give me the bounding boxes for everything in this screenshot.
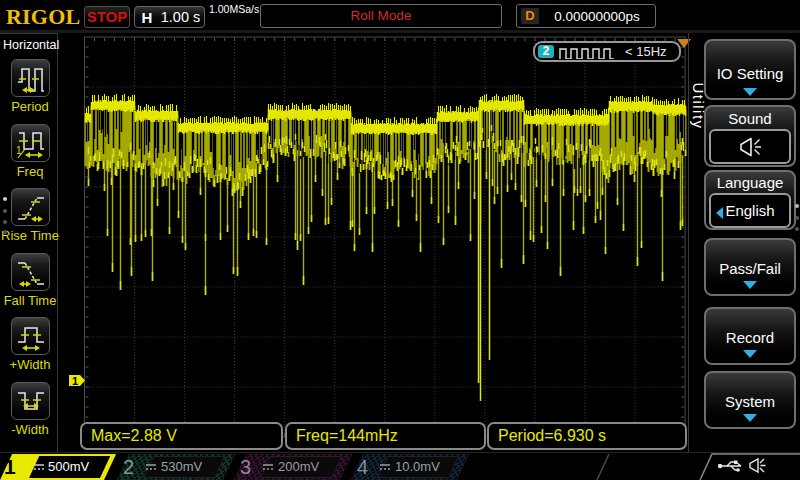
- svg-text:1: 1: [72, 375, 78, 387]
